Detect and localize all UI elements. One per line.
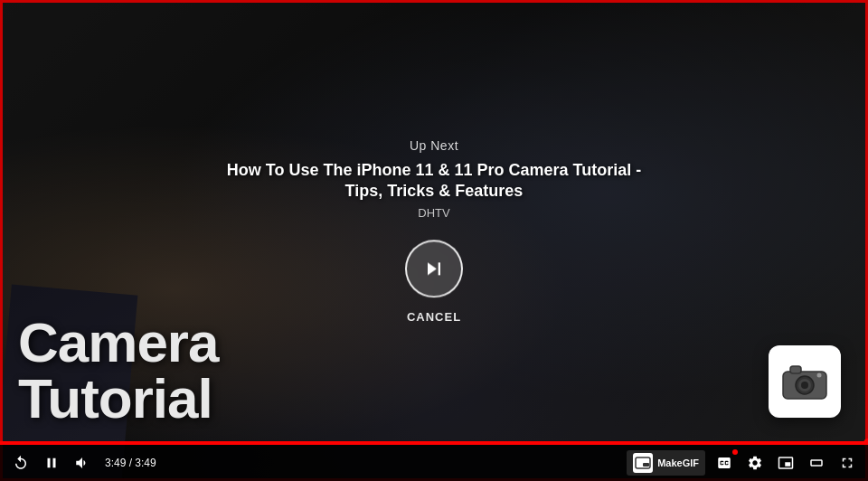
- video-title-overlay: Camera Tutorial: [18, 315, 218, 427]
- up-next-panel: Up Next How To Use The iPhone 11 & 11 Pr…: [217, 138, 651, 324]
- settings-button[interactable]: [743, 451, 767, 475]
- play-pause-button[interactable]: [40, 451, 63, 475]
- up-next-channel: DHTV: [217, 206, 651, 220]
- makegif-label: MakeGIF: [657, 457, 699, 468]
- up-next-label: Up Next: [217, 138, 651, 153]
- cc-button[interactable]: [712, 451, 736, 475]
- miniplayer-button[interactable]: [774, 451, 797, 475]
- video-player: Camera Tutorial Up Next How To Use The i…: [0, 0, 868, 481]
- svg-point-5: [817, 373, 822, 378]
- skip-next-icon: [421, 256, 447, 281]
- play-icon: [43, 455, 60, 471]
- cc-notification-dot: [732, 449, 738, 455]
- settings-icon: [747, 455, 763, 471]
- theater-mode-button[interactable]: [805, 451, 828, 475]
- title-line-1: Camera: [18, 315, 218, 371]
- camera-icon-badge: [769, 345, 841, 418]
- title-line-2: Tutorial: [18, 371, 218, 427]
- fullscreen-button[interactable]: [835, 451, 859, 475]
- time-display: 3:49 / 3:49: [105, 457, 156, 469]
- fullscreen-icon: [839, 455, 855, 471]
- svg-point-3: [801, 382, 808, 389]
- camera-svg-icon: [781, 363, 828, 401]
- volume-icon: [74, 455, 90, 471]
- up-next-title: How To Use The iPhone 11 & 11 Pro Camera…: [217, 160, 651, 203]
- makegif-badge[interactable]: MakeGIF: [627, 450, 705, 476]
- play-next-button[interactable]: [405, 240, 463, 297]
- replay-icon: [13, 455, 29, 471]
- control-bar: 3:49 / 3:49 MakeGIF: [0, 445, 868, 481]
- svg-rect-4: [790, 366, 801, 373]
- replay-button[interactable]: [9, 451, 33, 475]
- miniplayer-icon: [778, 455, 794, 471]
- cc-icon: [716, 455, 732, 471]
- theater-icon: [808, 455, 825, 471]
- volume-button[interactable]: [71, 451, 94, 475]
- cc-wrapper: [712, 451, 736, 475]
- svg-rect-7: [643, 463, 649, 467]
- makegif-logo: [633, 453, 653, 473]
- cancel-button[interactable]: CANCEL: [217, 310, 651, 324]
- makegif-svg: [635, 457, 651, 469]
